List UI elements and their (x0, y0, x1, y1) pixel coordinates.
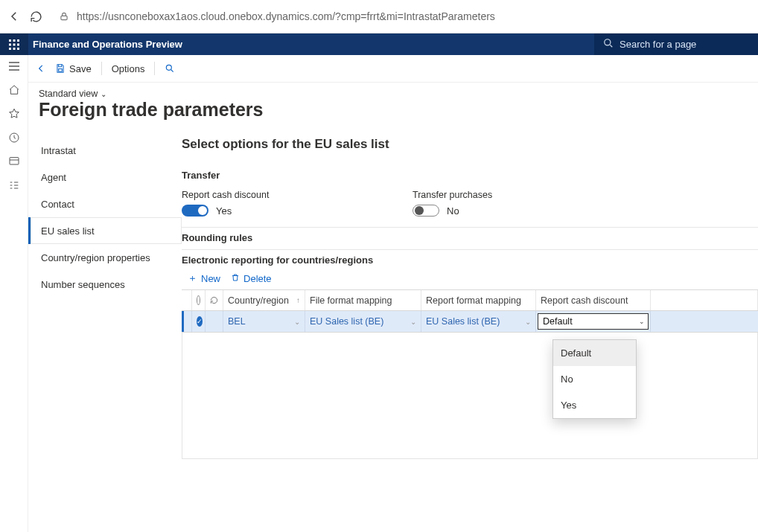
left-rail (0, 55, 28, 532)
options-action[interactable]: Options (112, 63, 145, 74)
nav-contact[interactable]: Contact (28, 190, 182, 217)
new-button-label: New (201, 273, 220, 284)
svg-rect-7 (9, 48, 11, 50)
svg-point-10 (605, 39, 611, 45)
chevron-down-icon: ⌄ (410, 318, 416, 326)
col-report-cash-discount[interactable]: Report cash discount (536, 290, 651, 310)
view-selector[interactable]: Standard view ⌄ (39, 89, 758, 99)
detail-panel: Select options for the EU sales list Tra… (182, 128, 758, 532)
report-cash-discount-value: Default (543, 316, 573, 327)
back-button[interactable] (7, 10, 21, 23)
page-title: Foreign trade parameters (39, 99, 758, 121)
report-cash-discount-dropdown-menu: Default No Yes (552, 339, 637, 419)
page-head: Standard view ⌄ Foreign trade parameters (28, 83, 758, 128)
search-icon (603, 38, 614, 51)
svg-rect-8 (13, 48, 16, 50)
delete-button[interactable]: Delete (231, 273, 272, 284)
nav-agent[interactable]: Agent (28, 164, 182, 190)
reload-button[interactable] (30, 10, 42, 23)
home-icon[interactable] (7, 83, 21, 97)
modules-icon[interactable] (7, 179, 21, 192)
svg-rect-1 (9, 39, 11, 42)
refresh-column-icon[interactable] (206, 290, 223, 310)
report-cash-discount-value: Yes (216, 205, 232, 217)
back-action[interactable] (36, 63, 46, 74)
lock-icon (59, 11, 69, 22)
url-text: https://usnconeboxax1aos.cloud.onebox.dy… (77, 10, 495, 22)
transfer-purchases-toggle[interactable] (413, 205, 439, 217)
sort-asc-icon: ↑ (296, 296, 300, 304)
section-transfer[interactable]: Transfer (182, 165, 758, 187)
star-icon[interactable] (7, 107, 21, 121)
svg-rect-3 (17, 39, 19, 42)
cell-report-format[interactable]: EU Sales list (BE)⌄ (421, 311, 536, 332)
view-selector-label: Standard view (39, 89, 98, 99)
nav-country-region-properties[interactable]: Country/region properties (28, 244, 182, 271)
transfer-purchases-label: Transfer purchases (413, 190, 547, 200)
dropdown-option-no[interactable]: No (553, 366, 636, 392)
nav-eu-sales-list[interactable]: EU sales list (28, 217, 182, 244)
app-header: Finance and Operations Preview Search fo… (0, 33, 758, 55)
new-button[interactable]: ＋ New (188, 272, 220, 285)
action-bar: Save Options (28, 55, 758, 83)
waffle-icon[interactable] (0, 33, 28, 55)
svg-rect-0 (61, 16, 67, 19)
svg-rect-6 (17, 43, 19, 45)
col-file-format[interactable]: File format mapping (305, 290, 421, 310)
col-report-format[interactable]: Report format mapping (421, 290, 536, 310)
detail-heading: Select options for the EU sales list (182, 137, 758, 165)
nav-intrastat[interactable]: Intrastat (28, 137, 182, 164)
report-cash-discount-label: Report cash discount (182, 190, 316, 200)
nav-number-sequences[interactable]: Number sequences (28, 271, 182, 298)
col-country[interactable]: Country/region↑ (223, 290, 305, 310)
cell-report-cash-discount[interactable]: Default ⌄ (536, 311, 651, 332)
transfer-purchases-value: No (447, 205, 459, 217)
dropdown-option-yes[interactable]: Yes (553, 392, 636, 418)
table-row[interactable]: ✓ BEL⌄ EU Sales list (BE)⌄ EU Sales list… (182, 311, 758, 332)
er-grid: Country/region↑ File format mapping Repo… (182, 289, 758, 333)
save-action-label: Save (69, 63, 92, 74)
trash-icon (231, 273, 240, 284)
app-title: Finance and Operations Preview (28, 39, 594, 50)
svg-rect-12 (10, 158, 19, 164)
svg-rect-4 (9, 43, 11, 45)
cell-file-format[interactable]: EU Sales list (BE)⌄ (305, 311, 421, 332)
search-placeholder: Search for a page (620, 39, 696, 50)
svg-rect-9 (17, 48, 19, 50)
chevron-down-icon: ⌄ (639, 318, 645, 325)
grid-header: Country/region↑ File format mapping Repo… (182, 290, 758, 311)
svg-rect-5 (13, 43, 16, 45)
transfer-purchases-field: Transfer purchases No (413, 190, 547, 217)
workspace-icon[interactable] (7, 155, 21, 168)
section-rounding-rules[interactable]: Rounding rules (182, 227, 758, 249)
cell-country[interactable]: BEL⌄ (223, 311, 305, 332)
address-bar[interactable]: https://usnconeboxax1aos.cloud.onebox.dy… (51, 5, 751, 28)
grid-toolbar: ＋ New Delete (182, 272, 758, 289)
section-electronic-reporting[interactable]: Electronic reporting for countries/regio… (182, 249, 758, 272)
delete-button-label: Delete (243, 273, 272, 284)
report-cash-discount-field: Report cash discount Yes (182, 190, 316, 217)
save-action[interactable]: Save (55, 63, 92, 74)
section-nav: Intrastat Agent Contact EU sales list Co… (28, 128, 182, 532)
global-search[interactable]: Search for a page (594, 33, 758, 55)
page-search-icon[interactable] (165, 63, 175, 74)
dropdown-option-default[interactable]: Default (553, 340, 636, 366)
hamburger-icon[interactable] (7, 60, 21, 73)
chevron-down-icon: ⌄ (294, 318, 300, 326)
select-all-column[interactable] (192, 290, 206, 310)
report-cash-discount-toggle[interactable] (182, 205, 208, 217)
svg-rect-13 (59, 69, 63, 72)
svg-point-14 (167, 65, 172, 70)
chevron-down-icon: ⌄ (101, 90, 106, 98)
svg-rect-2 (13, 39, 16, 42)
options-action-label: Options (112, 63, 145, 74)
row-selected-icon[interactable]: ✓ (192, 311, 206, 332)
plus-icon: ＋ (188, 272, 197, 285)
browser-toolbar: https://usnconeboxax1aos.cloud.onebox.dy… (0, 0, 758, 33)
chevron-down-icon: ⌄ (525, 318, 531, 326)
clock-icon[interactable] (7, 131, 21, 144)
report-cash-discount-dropdown[interactable]: Default ⌄ (538, 313, 649, 330)
